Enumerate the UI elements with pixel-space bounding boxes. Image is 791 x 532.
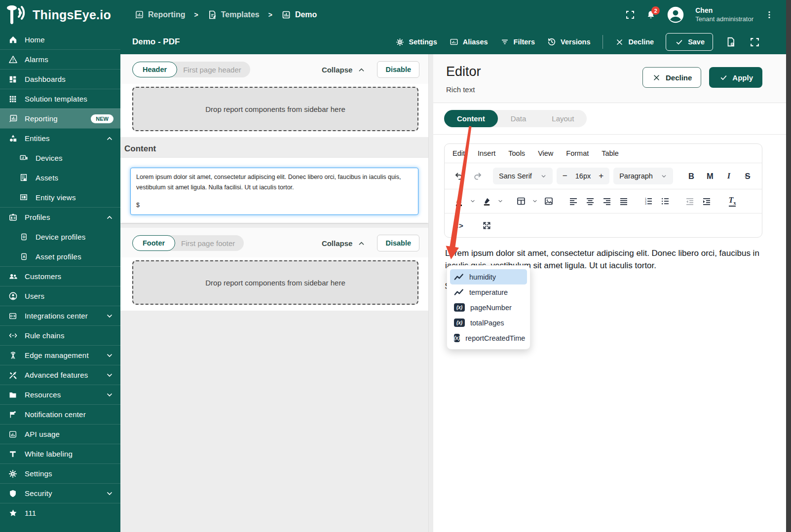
panel-scrollbar[interactable] xyxy=(428,54,433,532)
tab-data[interactable]: Data xyxy=(498,110,539,127)
sidebar-item-customers[interactable]: Customers xyxy=(0,266,120,286)
aliases-button[interactable]: Aliases xyxy=(449,37,488,47)
redo-icon[interactable] xyxy=(470,169,485,183)
header-chip[interactable]: Header xyxy=(132,62,177,77)
merge-tag-button[interactable]: M xyxy=(703,169,717,183)
font-size-decrease-button[interactable]: − xyxy=(563,171,567,181)
footer-chip[interactable]: Footer xyxy=(132,235,175,251)
align-center-button[interactable] xyxy=(583,194,598,209)
first-page-footer-chip[interactable]: First page footer xyxy=(181,239,235,248)
chevron-down-icon[interactable] xyxy=(468,194,477,209)
sidebar-item-dashboards[interactable]: Dashboards xyxy=(0,69,120,89)
outdent-button[interactable] xyxy=(682,194,697,209)
align-right-button[interactable] xyxy=(600,194,614,209)
align-justify-button[interactable] xyxy=(616,194,631,209)
chevron-down-icon[interactable] xyxy=(496,194,505,209)
expand-fullscreen-icon[interactable] xyxy=(749,36,760,48)
highlight-color-button[interactable] xyxy=(479,194,494,209)
footer-dropzone[interactable]: Drop report components from sidebar here xyxy=(132,260,418,305)
menu-table[interactable]: Table xyxy=(602,149,619,157)
bold-button[interactable]: B xyxy=(684,169,699,183)
sidebar-item-alarms[interactable]: Alarms xyxy=(0,49,120,69)
header-dropzone[interactable]: Drop report components from sidebar here xyxy=(132,87,418,131)
menu-insert[interactable]: Insert xyxy=(478,149,495,157)
tab-layout[interactable]: Layout xyxy=(539,110,587,127)
text-color-button[interactable]: A xyxy=(452,194,466,209)
sidebar-item-entities[interactable]: Entities xyxy=(0,128,120,148)
menu-format[interactable]: Format xyxy=(566,149,589,157)
block-format-select[interactable]: Paragraph xyxy=(613,168,673,184)
autocomplete-item-reportcreatedtime[interactable]: (x)reportCreatedTime xyxy=(450,330,527,346)
header-collapse-button[interactable]: Collapse xyxy=(322,65,367,74)
breadcrumb-templates[interactable]: Templates xyxy=(207,10,260,20)
bullet-list-button[interactable] xyxy=(658,194,673,209)
page-scrollbar[interactable] xyxy=(786,0,791,532)
settings-button[interactable]: Settings xyxy=(395,37,437,47)
autocomplete-item-humidity[interactable]: humidity xyxy=(450,269,527,284)
footer-chip-group[interactable]: Footer First page footer xyxy=(132,235,244,251)
clear-formatting-button[interactable]: Tx xyxy=(725,194,740,209)
notifications-bell[interactable]: 2 xyxy=(646,10,656,20)
sidebar-item-asset-profiles[interactable]: AAsset profiles xyxy=(0,247,120,266)
sidebar-item-edge-management[interactable]: Edge management xyxy=(0,345,120,365)
tab-content[interactable]: Content xyxy=(444,110,498,127)
sidebar-item-assets[interactable]: Assets xyxy=(0,168,120,187)
autocomplete-item-pagenumber[interactable]: (x)pageNumber xyxy=(450,300,527,315)
align-left-button[interactable] xyxy=(566,194,581,209)
breadcrumb-reporting[interactable]: Reporting xyxy=(134,10,186,20)
fullscreen-icon[interactable] xyxy=(625,10,635,20)
menu-view[interactable]: View xyxy=(538,149,553,157)
sidebar-item-reporting[interactable]: ReportingNEW xyxy=(0,108,120,128)
sidebar-item-notification-center[interactable]: Notification center xyxy=(0,404,120,424)
header-disable-button[interactable]: Disable xyxy=(377,61,419,78)
sidebar-item-111[interactable]: 111 xyxy=(0,503,120,523)
content-rich-text-input[interactable]: Lorem ipsum dolor sit amet, consectetur … xyxy=(130,168,418,215)
menu-edit[interactable]: Edit xyxy=(452,149,465,157)
sidebar-item-settings[interactable]: Settings xyxy=(0,463,120,483)
header-chip-group[interactable]: Header First page header xyxy=(132,62,250,77)
sidebar-item-resources[interactable]: Resources xyxy=(0,385,120,404)
strikethrough-button[interactable]: S xyxy=(740,169,755,183)
brand[interactable]: ThingsEye.io xyxy=(0,5,120,25)
editor-fullscreen-button[interactable] xyxy=(479,218,494,233)
sidebar-item-security[interactable]: Security xyxy=(0,483,120,503)
user-info[interactable]: Chen Tenant administrator xyxy=(695,6,753,23)
editor-decline-button[interactable]: Decline xyxy=(642,67,701,88)
footer-disable-button[interactable]: Disable xyxy=(377,235,419,251)
font-size-increase-button[interactable]: + xyxy=(599,171,603,181)
avatar[interactable] xyxy=(667,6,684,24)
breadcrumb-demo[interactable]: Demo xyxy=(281,10,317,20)
autocomplete-item-totalpages[interactable]: (x)totalPages xyxy=(450,315,527,330)
sidebar-item-advanced-features[interactable]: Advanced features xyxy=(0,365,120,385)
sidebar-item-device-profiles[interactable]: DDevice profiles xyxy=(0,227,120,247)
kebab-menu-icon[interactable] xyxy=(764,10,774,20)
insert-table-button[interactable] xyxy=(514,194,528,209)
sidebar-item-entity-views[interactable]: Entity views xyxy=(0,187,120,207)
sidebar-item-solution-templates[interactable]: Solution templates xyxy=(0,89,120,108)
sidebar-item-profiles[interactable]: Profiles xyxy=(0,207,120,227)
sidebar-item-integrations-center[interactable]: Integrations center xyxy=(0,306,120,325)
sidebar-item-home[interactable]: Home xyxy=(0,30,120,49)
sidebar-item-devices[interactable]: Devices xyxy=(0,148,120,168)
footer-collapse-button[interactable]: Collapse xyxy=(322,238,367,248)
autocomplete-item-temperature[interactable]: temperature xyxy=(450,284,527,300)
sidebar-item-rule-chains[interactable]: Rule chains xyxy=(0,325,120,345)
decline-button[interactable]: Decline xyxy=(615,37,654,47)
export-document-icon[interactable] xyxy=(725,36,737,48)
undo-icon[interactable] xyxy=(452,169,466,183)
ordered-list-button[interactable]: 123 xyxy=(641,194,656,209)
source-code-button[interactable]: <> xyxy=(452,218,466,233)
first-page-header-chip[interactable]: First page header xyxy=(183,66,241,74)
font-family-select[interactable]: Sans Serif xyxy=(493,168,553,184)
sidebar-item-white-labeling[interactable]: White labeling xyxy=(0,444,120,463)
menu-tools[interactable]: Tools xyxy=(508,149,525,157)
insert-image-button[interactable] xyxy=(541,194,556,209)
filters-button[interactable]: Filters xyxy=(500,37,535,47)
versions-button[interactable]: Versions xyxy=(547,37,590,47)
indent-button[interactable] xyxy=(699,194,714,209)
chevron-down-icon[interactable] xyxy=(530,194,539,209)
editor-apply-button[interactable]: Apply xyxy=(709,67,762,88)
italic-button[interactable]: I xyxy=(721,169,736,183)
font-size-value[interactable]: 16px xyxy=(575,172,591,180)
sidebar-item-api-usage[interactable]: API usage xyxy=(0,424,120,444)
